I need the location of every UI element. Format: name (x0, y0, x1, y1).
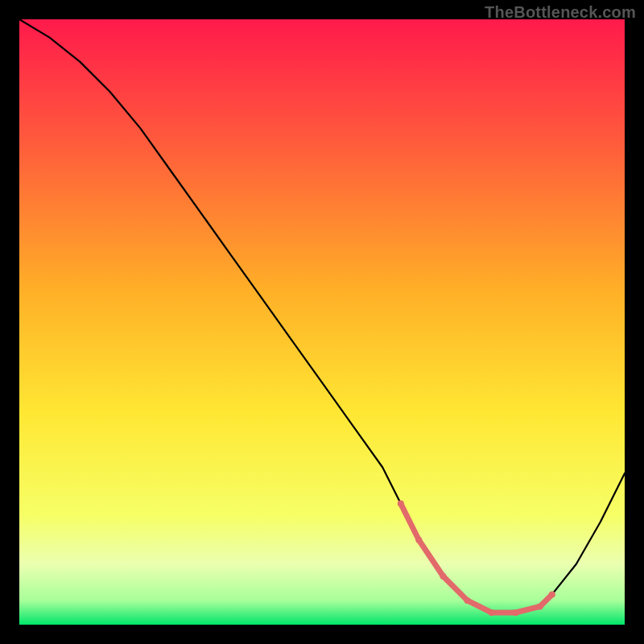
highlight-dot (549, 591, 555, 597)
highlight-dot (537, 603, 543, 609)
highlight-dot (415, 537, 422, 543)
highlight-dot (513, 609, 519, 616)
highlight-dot (464, 597, 471, 604)
bottleneck-chart (0, 0, 644, 644)
plot-background (19, 19, 625, 625)
watermark-text: TheBottleneck.com (485, 3, 636, 22)
highlight-dot (440, 573, 446, 580)
highlight-dot (398, 501, 404, 507)
highlight-dot (489, 609, 495, 616)
chart-stage: TheBottleneck.com (0, 0, 644, 644)
